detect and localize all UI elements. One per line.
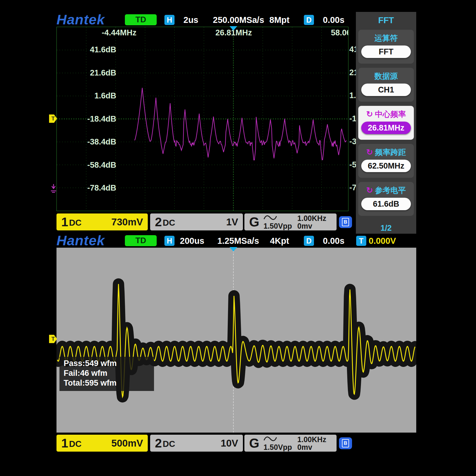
db-axis-label-right: -3: [349, 138, 356, 146]
db-axis-label-right: -1: [349, 115, 356, 123]
menu-item-operator[interactable]: 运算符 FFT: [358, 30, 414, 64]
menu-item-frequency-span[interactable]: ↻频率跨距 62.50MHz: [358, 144, 414, 178]
sine-wave-icon: [263, 214, 292, 222]
usb-device-icon: B: [339, 216, 352, 228]
channel2-box[interactable]: 2 DC 10V: [150, 435, 243, 452]
db-axis-label: -78.4dB: [65, 184, 116, 192]
menu-item-operator-label: 运算符: [358, 33, 414, 43]
trigger-level-value: 0.000V: [369, 237, 396, 245]
fft-graph-area: -4.44MHz 26.81MHz 58.06M 41.6dB 21.6dB 1…: [56, 27, 348, 211]
horizontal-offset-value: 0.00s: [323, 237, 345, 245]
channel1-box[interactable]: 1 DC 500mV: [56, 435, 148, 452]
menu-item-center-frequency-value[interactable]: 26.81MHz: [361, 122, 411, 134]
db-axis-label-right: -5: [349, 161, 356, 169]
acquisition-mode-badge: TD: [125, 14, 157, 25]
pass-count: Pass:549 wfm: [64, 359, 150, 368]
channel2-coupling: DC: [163, 218, 175, 228]
freq-label-left: -4.44MHz: [92, 29, 136, 37]
generator-frequency: 1.00KHz: [297, 214, 326, 222]
horizontal-icon[interactable]: H: [164, 236, 175, 246]
generator-frequency: 1.00KHz: [297, 436, 326, 443]
pass-fail-statistics-panel: Pass:549 wfm Fail:46 wfm Total:595 wfm: [59, 357, 154, 391]
timebase-value[interactable]: 200us: [180, 237, 204, 245]
generator-amplitude: 1.50Vpp: [263, 443, 292, 451]
channel2-number: 2: [155, 216, 162, 228]
channel1-coupling: DC: [69, 439, 81, 449]
channel2-scale: 10V: [221, 438, 238, 449]
channel1-number: 1: [61, 437, 68, 450]
fft-trace: [134, 88, 346, 160]
menu-item-frequency-span-value[interactable]: 62.50MHz: [361, 160, 411, 172]
menu-item-reference-level-label: 参考电平: [375, 185, 406, 196]
knob-icon: ↻: [366, 186, 373, 194]
menu-item-operator-value[interactable]: FFT: [361, 45, 411, 58]
menu-item-center-frequency[interactable]: ↻中心频率 26.81MHz: [358, 106, 414, 140]
usb-device-icon: B: [339, 437, 352, 449]
channel1-coupling: DC: [69, 218, 81, 228]
trigger-level-marker[interactable]: T: [49, 335, 57, 343]
menu-item-source-value[interactable]: CH1: [361, 84, 411, 96]
dual-oscilloscope-screenshot: Hantek TD H 2us 250.00MSa/s 8Mpt D 0.00s…: [0, 0, 476, 476]
generator-amplitude: 1.50Vpp: [263, 222, 292, 230]
db-axis-label: 1.6dB: [65, 92, 116, 100]
sine-wave-icon: [263, 436, 292, 443]
memory-depth-value: 8Mpt: [269, 16, 290, 24]
acquisition-mode-badge: TD: [125, 235, 157, 246]
db-axis-label: 41.6dB: [65, 46, 116, 54]
total-count: Total:595 wfm: [64, 378, 150, 388]
math-ground-marker-icon[interactable]: [50, 184, 57, 195]
channel2-coupling: DC: [163, 439, 175, 449]
knob-icon: ↻: [366, 110, 373, 118]
trigger-position-indicator[interactable]: [230, 247, 237, 252]
signal-generator-box[interactable]: G 1.00KHz 1.50Vpp 0mv: [244, 435, 337, 452]
menu-item-center-frequency-label: 中心频率: [375, 109, 406, 120]
horizontal-icon[interactable]: H: [164, 15, 175, 25]
timebase-value[interactable]: 2us: [183, 16, 198, 24]
menu-item-frequency-span-label: 频率跨距: [375, 147, 406, 158]
channel2-number: 2: [155, 437, 162, 450]
memory-depth-value: 4Kpt: [270, 237, 289, 245]
horizontal-offset-value: 0.00s: [323, 16, 345, 24]
signal-generator-box[interactable]: G 1.00KHz 1.50Vpp 0mv: [244, 213, 337, 230]
generator-offset: 0mv: [297, 443, 326, 451]
mask-waveform-plot: [56, 248, 416, 433]
fft-menu-panel: FFT 运算符 FFT 数据源 CH1 ↻中心频率 26.81MHz ↻频率跨距…: [356, 12, 416, 234]
db-axis-label: -58.4dB: [65, 161, 116, 169]
menu-item-reference-level-value[interactable]: 61.6dB: [361, 198, 411, 210]
db-axis-label: -38.4dB: [65, 138, 116, 146]
trigger-icon[interactable]: T: [356, 236, 366, 246]
trigger-level-marker[interactable]: T: [49, 114, 57, 123]
freq-label-right: 58.06M: [331, 29, 348, 37]
brand-logo: Hantek: [56, 233, 105, 247]
sample-rate-value: 250.00MSa/s: [213, 16, 264, 24]
menu-page-indicator[interactable]: 1/2: [356, 224, 416, 233]
fail-count: Fail:46 wfm: [64, 368, 150, 378]
brand-logo: Hantek: [56, 12, 105, 26]
sample-rate-value: 1.25MSa/s: [217, 237, 259, 245]
knob-icon: ↻: [366, 148, 373, 156]
channel1-box[interactable]: 1 DC 730mV: [56, 213, 148, 230]
menu-item-source[interactable]: 数据源 CH1: [358, 68, 414, 102]
channel2-box[interactable]: 2 DC 1V: [150, 213, 243, 230]
trigger-position-indicator[interactable]: [230, 26, 237, 31]
db-axis-label-right: -7: [349, 184, 356, 192]
db-axis-label: 21.6dB: [65, 69, 116, 77]
menu-item-reference-level[interactable]: ↻参考电平 61.6dB: [358, 182, 414, 216]
channel2-scale: 1V: [226, 216, 238, 228]
db-axis-label: -18.4dB: [65, 115, 116, 123]
generator-offset: 0mv: [297, 222, 326, 230]
delay-icon[interactable]: D: [304, 236, 314, 246]
delay-icon[interactable]: D: [304, 15, 314, 25]
channel1-number: 1: [61, 216, 68, 228]
generator-letter: G: [249, 216, 259, 229]
menu-item-source-label: 数据源: [358, 71, 414, 81]
generator-letter: G: [249, 437, 259, 450]
channel1-scale: 500mV: [111, 438, 143, 449]
channel1-scale: 730mV: [111, 216, 143, 228]
waveform-graph-area: [56, 248, 416, 433]
menu-title: FFT: [356, 15, 416, 25]
